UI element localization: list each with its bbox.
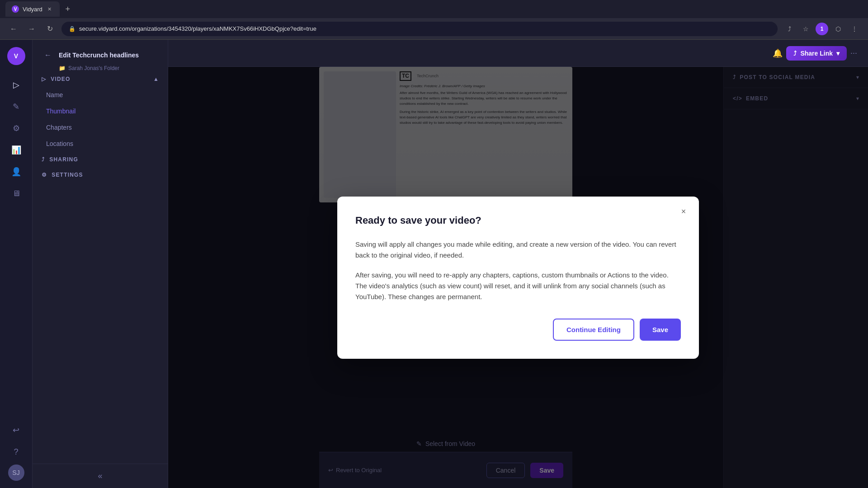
modal-paragraph-2: After saving, you will need to re-apply … — [355, 270, 681, 302]
right-side: 🔔 ⤴ Share Link ▾ ··· — [168, 40, 868, 488]
sidebar-item-analytics[interactable]: 📊 — [7, 141, 25, 159]
folder-icon: 📁 — [59, 65, 66, 71]
extension-icon[interactable]: ⬡ — [832, 23, 844, 35]
profile-icon[interactable]: 1 — [816, 23, 828, 35]
sharing-section-title: ⤴ SHARING — [42, 156, 78, 163]
folder-name: Sarah Jonas's Folder — [68, 65, 119, 71]
forward-button[interactable]: → — [25, 23, 38, 35]
sidebar-bottom: ↩ ? SJ — [7, 421, 25, 481]
sharing-section-header[interactable]: ⤴ SHARING — [33, 152, 168, 167]
tab-label: Vidyard — [23, 6, 42, 13]
page-title: Edit Techcrunch headlines — [59, 52, 139, 59]
modal-body: Saving will apply all changes you made w… — [355, 239, 681, 302]
share-icon[interactable]: ⤴ — [783, 23, 796, 35]
sidebar-item-display[interactable]: 🖥 — [7, 184, 25, 202]
sidebar-item-play[interactable]: ▷ — [7, 76, 25, 94]
lock-icon: 🔒 — [69, 26, 75, 32]
modal-backdrop: × Ready to save your video? Saving will … — [168, 67, 868, 488]
sharing-section-icon: ⤴ — [42, 156, 45, 163]
nav-bar: ← → ↻ 🔒 secure.vidyard.com/organizations… — [0, 18, 868, 40]
nav-item-name[interactable]: Name — [33, 87, 168, 103]
share-link-label: Share Link — [800, 50, 833, 57]
video-chevron-icon: ▲ — [153, 76, 159, 82]
app-logo: V — [7, 47, 25, 65]
sidebar-item-users[interactable]: 👤 — [7, 163, 25, 181]
continue-editing-button[interactable]: Continue Editing — [553, 319, 634, 341]
modal-title: Ready to save your video? — [355, 215, 681, 226]
address-bar[interactable]: 🔒 secure.vidyard.com/organizations/34543… — [61, 22, 778, 36]
back-button[interactable]: ← — [42, 49, 54, 61]
bookmark-icon[interactable]: ☆ — [799, 23, 812, 35]
settings-section-title: ⚙ SETTINGS — [42, 172, 83, 178]
share-chevron-icon: ▾ — [836, 50, 840, 57]
app-layout: V ▷ ✎ ⚙ 📊 👤 🖥 ↩ ? SJ ← Edit Techcrunch h… — [0, 40, 868, 488]
tab-close-button[interactable]: ✕ — [46, 5, 53, 13]
sidebar: V ▷ ✎ ⚙ 📊 👤 🖥 ↩ ? SJ — [0, 40, 33, 488]
right-panel-header: 🔔 ⤴ Share Link ▾ ··· — [168, 40, 868, 67]
sidebar-item-edit[interactable]: ✎ — [7, 98, 25, 116]
sidebar-item-settings[interactable]: ⚙ — [7, 119, 25, 137]
nav-icons: ⤴ ☆ 1 ⬡ ⋮ — [783, 23, 861, 35]
nav-item-chapters[interactable]: Chapters — [33, 119, 168, 136]
video-section-icon: ▷ — [42, 76, 46, 82]
share-icon: ⤴ — [793, 50, 797, 57]
tab-favicon: V — [12, 5, 19, 13]
modal-close-button[interactable]: × — [677, 206, 690, 218]
modal-save-button[interactable]: Save — [640, 319, 681, 341]
reload-button[interactable]: ↻ — [43, 23, 56, 35]
more-options-button[interactable]: ··· — [850, 48, 857, 58]
share-link-button[interactable]: ⤴ Share Link ▾ — [786, 46, 847, 61]
bell-icon[interactable]: 🔔 — [773, 48, 783, 58]
video-section-title: ▷ VIDEO — [42, 76, 71, 82]
modal-footer: Continue Editing Save — [355, 319, 681, 341]
tab-bar: V Vidyard ✕ + — [0, 0, 868, 18]
settings-section-header[interactable]: ⚙ SETTINGS — [33, 167, 168, 183]
nav-item-locations[interactable]: Locations — [33, 136, 168, 152]
avatar[interactable]: SJ — [8, 465, 24, 481]
video-section-header[interactable]: ▷ VIDEO ▲ — [33, 71, 168, 87]
browser-tab[interactable]: V Vidyard ✕ — [5, 1, 60, 17]
sidebar-item-help[interactable]: ? — [7, 443, 25, 461]
modal-paragraph-1: Saving will apply all changes you made w… — [355, 239, 681, 261]
more-options-icon[interactable]: ⋮ — [848, 23, 861, 35]
sidebar-item-back[interactable]: ↩ — [7, 421, 25, 439]
collapse-sidebar-icon[interactable]: « — [98, 471, 102, 481]
new-tab-button[interactable]: + — [61, 3, 74, 15]
save-confirmation-modal: × Ready to save your video? Saving will … — [337, 197, 699, 359]
browser-chrome: V Vidyard ✕ + ← → ↻ 🔒 secure.vidyard.com… — [0, 0, 868, 40]
url-text: secure.vidyard.com/organizations/3454320… — [79, 25, 316, 32]
back-button[interactable]: ← — [7, 23, 20, 35]
left-panel: ← Edit Techcrunch headlines 📁 Sarah Jona… — [33, 40, 168, 488]
folder-info: 📁 Sarah Jonas's Folder — [50, 65, 168, 71]
nav-item-thumbnail[interactable]: Thumbnail — [33, 103, 168, 119]
content-area: TC TechCrunch Image Credits: Frédéric J.… — [168, 67, 868, 488]
settings-section-icon: ⚙ — [42, 172, 47, 178]
